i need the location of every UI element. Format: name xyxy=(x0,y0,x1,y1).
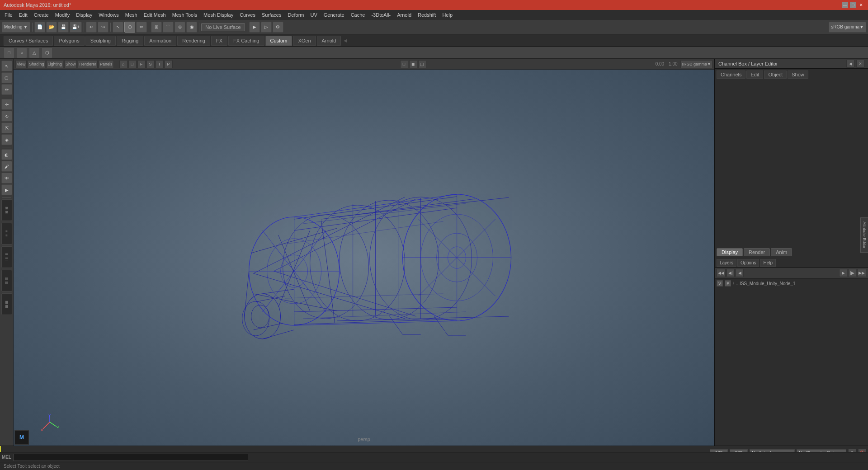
viewport-menu-renderer[interactable]: Renderer xyxy=(78,60,98,68)
menu-windows[interactable]: Windows xyxy=(96,11,122,19)
paint-button[interactable]: ✏ xyxy=(136,22,147,33)
shelf-tab-xgen[interactable]: XGen xyxy=(293,36,316,46)
viewport-3d[interactable]: persp X Z Y M xyxy=(14,70,714,446)
snap-surface-button[interactable]: ◉ xyxy=(186,22,197,33)
shelf-tab-animation[interactable]: Animation xyxy=(144,36,176,46)
shelf-icon-1[interactable]: □ xyxy=(4,47,14,58)
ipr-button[interactable]: ▷ xyxy=(261,22,272,33)
render-button-left[interactable]: ▶ xyxy=(1,184,12,195)
menu-arnold[interactable]: Arnold xyxy=(394,11,414,19)
viewport-menu-shading[interactable]: Shading xyxy=(28,60,45,68)
edit-tab[interactable]: Edit xyxy=(746,70,763,79)
snap-grid-button[interactable]: ⊞ xyxy=(151,22,162,33)
menu-modify[interactable]: Modify xyxy=(52,11,72,19)
mode-group-4[interactable]: ▤ ▤ xyxy=(1,270,12,291)
shelf-tab-fx-caching[interactable]: FX Caching xyxy=(228,36,264,46)
menu-surfaces[interactable]: Surfaces xyxy=(259,11,284,19)
shelf-tab-sculpting[interactable]: Sculpting xyxy=(85,36,116,46)
layer-item[interactable]: V P / ...ISS_Module_Unity_Node_1 xyxy=(715,278,868,289)
new-file-button[interactable]: 📄 xyxy=(34,22,45,33)
menu-edit[interactable]: Edit xyxy=(16,11,30,19)
shelf-tab-custom[interactable]: Custom xyxy=(265,36,292,46)
shelf-tab-rendering[interactable]: Rendering xyxy=(177,36,210,46)
redo-button[interactable]: ↪ xyxy=(98,22,108,33)
mel-input-field[interactable] xyxy=(13,454,248,461)
menu-generate[interactable]: Generate xyxy=(321,11,347,19)
shelf-tab-arnold[interactable]: Arnold xyxy=(317,36,341,46)
shelf-tab-curves-surfaces[interactable]: Curves / Surfaces xyxy=(4,36,53,46)
attribute-editor-tab[interactable]: Attribute Editor xyxy=(860,217,868,253)
shelf-icon-3[interactable]: △ xyxy=(29,47,40,58)
menu-redshift[interactable]: Redshift xyxy=(415,11,439,19)
layer-visibility-button[interactable]: V xyxy=(717,280,723,287)
workspace-dropdown[interactable]: Modeling ▼ xyxy=(2,22,30,33)
select-tool-button[interactable]: ↖ xyxy=(1,61,12,71)
layers-subtab[interactable]: Layers xyxy=(717,259,736,267)
display-tab[interactable]: Display xyxy=(717,248,743,256)
close-button[interactable]: ✕ xyxy=(858,2,864,8)
layer-playback-button[interactable]: P xyxy=(725,280,731,287)
minimize-button[interactable]: — xyxy=(842,2,848,8)
render-settings-button[interactable]: ⚙ xyxy=(273,22,283,33)
menu-mesh-tools[interactable]: Mesh Tools xyxy=(170,11,200,19)
color-space-button[interactable]: sRGB gamma ▼ xyxy=(680,60,712,68)
render-button[interactable]: ▶ xyxy=(249,22,260,33)
mode-group-2[interactable]: ≡ ≡ xyxy=(1,223,12,244)
viewport-menu-view[interactable]: View xyxy=(15,60,27,68)
cam-persp-button[interactable]: P xyxy=(165,60,173,68)
universal-tool-button[interactable]: ◈ xyxy=(1,134,12,145)
cam-front-button[interactable]: F xyxy=(137,60,146,68)
viewport-menu-panels[interactable]: Panels xyxy=(99,60,114,68)
cam-home-button[interactable]: ⌂ xyxy=(119,60,127,68)
wire-on-shade-button[interactable]: ◫ xyxy=(418,60,426,68)
menu-create[interactable]: Create xyxy=(31,11,52,19)
show-hide-button[interactable]: 👁 xyxy=(1,173,12,183)
channels-tab[interactable]: Channels xyxy=(717,70,745,79)
layer-next-button[interactable]: |▶ xyxy=(848,269,856,277)
menu-uv[interactable]: UV xyxy=(307,11,320,19)
channel-collapse-button[interactable]: ◀ xyxy=(846,60,854,68)
rotate-tool-button[interactable]: ↻ xyxy=(1,111,12,122)
menu-deform[interactable]: Deform xyxy=(285,11,307,19)
menu-edit-mesh[interactable]: Edit Mesh xyxy=(141,11,169,19)
move-tool-button[interactable]: ✛ xyxy=(1,99,12,110)
render-tab[interactable]: Render xyxy=(744,248,770,256)
mode-group-1[interactable]: ⊞ ⊞ xyxy=(1,199,12,221)
menu-file[interactable]: File xyxy=(2,11,15,19)
paint-select-button[interactable]: ✏ xyxy=(1,84,12,95)
menu-mesh[interactable]: Mesh xyxy=(123,11,140,19)
snap-point-button[interactable]: ⊕ xyxy=(175,22,185,33)
cam-select-button[interactable]: □ xyxy=(128,60,137,68)
menu-3dtall[interactable]: -3DtoAll- xyxy=(368,11,393,19)
snap-curve-button[interactable]: ⌒ xyxy=(163,22,174,33)
help-subtab[interactable]: Help xyxy=(760,259,776,267)
shelf-tab-polygons[interactable]: Polygons xyxy=(54,36,84,46)
shelf-tab-rigging[interactable]: Rigging xyxy=(117,36,143,46)
select-mode-button[interactable]: ↖ xyxy=(113,22,123,33)
shelf-icon-2[interactable]: ○ xyxy=(16,47,27,58)
viewport-menu-lighting[interactable]: Lighting xyxy=(46,60,63,68)
menu-curves[interactable]: Curves xyxy=(237,11,258,19)
cam-top-button[interactable]: T xyxy=(156,60,164,68)
scale-tool-button[interactable]: ⇱ xyxy=(1,122,12,133)
lasso-tool-button[interactable]: ⬡ xyxy=(1,72,12,83)
menu-mesh-display[interactable]: Mesh Display xyxy=(201,11,236,19)
layer-forward-button[interactable]: ▶ xyxy=(839,269,847,277)
color-space-indicator[interactable]: sRGB gamma ▼ xyxy=(829,22,866,33)
maximize-button[interactable]: □ xyxy=(850,2,856,8)
mode-group-3[interactable]: ☰ ☰ xyxy=(1,246,12,268)
smooth-shade-button[interactable]: ◼ xyxy=(409,60,417,68)
viewport-menu-show[interactable]: Show xyxy=(64,60,77,68)
wireframe-button[interactable]: □ xyxy=(400,60,408,68)
undo-button[interactable]: ↩ xyxy=(86,22,97,33)
soft-select-button[interactable]: ◐ xyxy=(1,149,12,160)
layer-next-next-button[interactable]: ▶▶ xyxy=(857,269,866,277)
lasso-button[interactable]: ⬡ xyxy=(124,22,135,33)
open-file-button[interactable]: 📂 xyxy=(46,22,57,33)
save-as-button[interactable]: 💾+ xyxy=(70,22,82,33)
save-file-button[interactable]: 💾 xyxy=(58,22,69,33)
layer-prev-button[interactable]: ◀| xyxy=(726,269,735,277)
sculpt-button[interactable]: 🖌 xyxy=(1,161,12,172)
layer-prev-prev-button[interactable]: ◀◀ xyxy=(717,269,726,277)
cam-side-button[interactable]: S xyxy=(146,60,155,68)
